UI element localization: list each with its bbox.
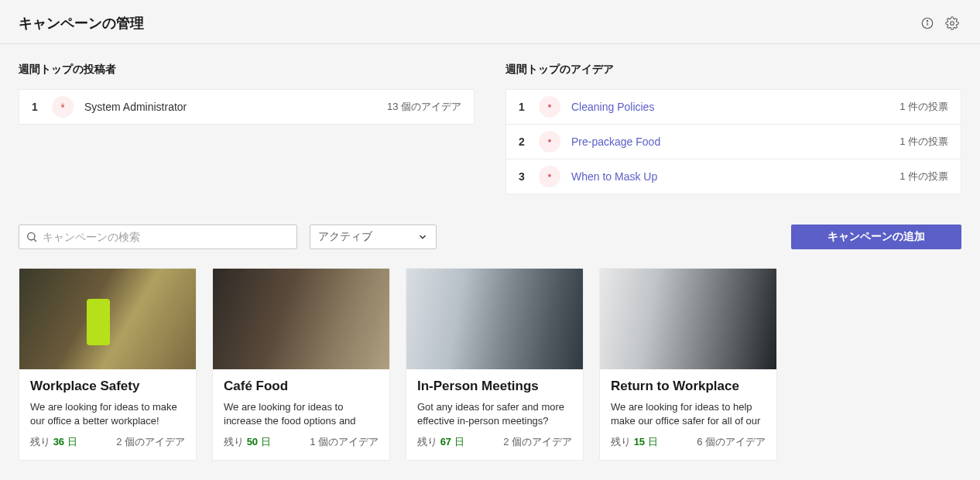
card-title: Return to Workplace [611, 379, 766, 394]
idea-row[interactable]: 1 Cleaning Policies 1 件の投票 [505, 89, 961, 125]
avatar [539, 96, 560, 118]
card-ideas-count: 2 個のアイデア [116, 435, 185, 449]
contributor-stat: 13 個のアイデア [387, 100, 461, 114]
idea-link[interactable]: Cleaning Policies [571, 101, 899, 113]
campaign-card[interactable]: Return to Workplace We are looking for i… [599, 268, 777, 461]
idea-stat: 1 件の投票 [899, 170, 948, 183]
idea-link[interactable]: When to Mask Up [571, 170, 899, 183]
svg-point-6 [548, 139, 551, 142]
info-icon[interactable] [918, 14, 937, 33]
rank: 1 [519, 101, 534, 113]
card-image [213, 269, 389, 369]
card-ideas-count: 2 個のアイデア [503, 435, 572, 449]
card-remaining: 残り 50 日 [224, 435, 271, 449]
card-image [406, 269, 583, 369]
card-desc: We are looking for ideas to increase the… [224, 400, 379, 427]
card-ideas-count: 1 個のアイデア [310, 435, 379, 449]
idea-row[interactable]: 3 When to Mask Up 1 件の投票 [505, 159, 961, 194]
filter-label: アクティブ [318, 230, 372, 244]
campaign-card[interactable]: Workplace Safety We are looking for idea… [19, 268, 197, 461]
campaign-card[interactable]: In-Person Meetings Got any ideas for saf… [406, 268, 584, 461]
campaign-card[interactable]: Café Food We are looking for ideas to in… [212, 268, 390, 461]
card-title: Café Food [224, 379, 379, 394]
contributors-title: 週間トップの投稿者 [19, 63, 475, 77]
rank: 2 [519, 135, 534, 148]
avatar [539, 131, 560, 153]
card-remaining: 残り 36 日 [30, 435, 77, 449]
rank: 3 [519, 170, 534, 183]
card-image [19, 269, 196, 369]
search-input-wrapper[interactable] [19, 225, 297, 249]
top-ideas-panel: 週間トップのアイデア 1 Cleaning Policies 1 件の投票 2 … [505, 63, 961, 194]
card-title: In-Person Meetings [417, 379, 572, 394]
idea-link[interactable]: Pre-package Food [571, 135, 899, 148]
avatar [52, 96, 74, 118]
svg-line-9 [34, 239, 36, 242]
card-remaining: 残り 67 日 [417, 435, 464, 449]
idea-row[interactable]: 2 Pre-package Food 1 件の投票 [505, 124, 961, 159]
card-ideas-count: 6 個のアイデア [697, 435, 766, 449]
card-desc: Got any ideas for safer and more effecti… [417, 400, 572, 427]
card-image [600, 269, 776, 369]
idea-stat: 1 件の投票 [899, 135, 948, 149]
add-campaign-button[interactable]: キャンペーンの追加 [791, 225, 961, 249]
card-remaining: 残り 15 日 [611, 435, 658, 449]
search-icon [26, 231, 38, 243]
chevron-down-icon [417, 231, 428, 242]
card-desc: We are looking for ideas to make our off… [30, 400, 185, 427]
idea-stat: 1 件の投票 [899, 100, 948, 114]
svg-point-5 [548, 105, 551, 108]
svg-point-2 [927, 20, 927, 21]
svg-point-3 [951, 22, 954, 26]
card-desc: We are looking for ideas to help make ou… [611, 400, 766, 427]
gear-icon[interactable] [943, 14, 961, 33]
page-title: キャンペーンの管理 [19, 14, 912, 33]
svg-point-8 [28, 233, 35, 240]
search-input[interactable] [38, 231, 290, 243]
avatar [539, 166, 560, 187]
ideas-title: 週間トップのアイデア [505, 63, 961, 77]
contributor-name: System Administrator [84, 101, 387, 113]
card-title: Workplace Safety [30, 379, 185, 394]
contributor-row[interactable]: 1 System Administrator 13 個のアイデア [19, 89, 475, 125]
svg-point-7 [548, 174, 551, 177]
rank: 1 [32, 101, 47, 113]
top-contributors-panel: 週間トップの投稿者 1 System Administrator 13 個のアイ… [19, 63, 475, 194]
filter-dropdown[interactable]: アクティブ [310, 225, 437, 249]
